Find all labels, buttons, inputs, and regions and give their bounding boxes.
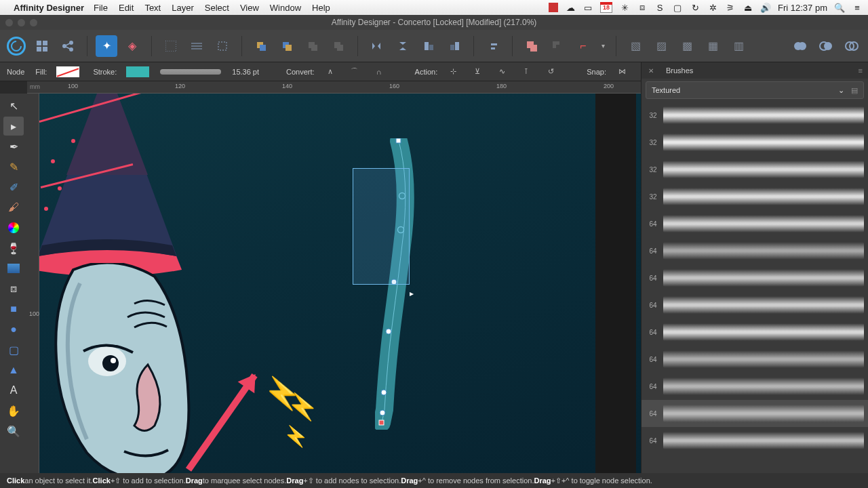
persona-pixel-button[interactable] [31,35,53,57]
app-name[interactable]: Affinity Designer [14,3,84,13]
default-view-button[interactable]: ✦ [96,35,117,57]
convert-smooth-icon[interactable]: ⌒ [347,66,362,78]
corner-dropdown-button[interactable]: ▾ [598,35,608,57]
geometry-add-icon[interactable] [789,35,811,57]
calendar-icon[interactable]: 18 [600,2,612,13]
action-reverse-icon[interactable]: ↺ [543,66,558,78]
brush-row[interactable]: 32 [642,183,868,210]
displays-icon[interactable]: ▢ [672,2,683,13]
align-left-button[interactable] [482,35,504,57]
crop-tool[interactable]: ⧈ [3,279,24,298]
brush-list[interactable]: 32323232646464646464646464 [642,102,868,473]
brush-row[interactable]: 32 [642,102,868,129]
place-image-tool[interactable] [3,259,24,278]
stroke-width[interactable]: 15.36 pt [232,68,259,76]
ellipse-tool[interactable]: ● [3,320,24,339]
snap-guides-button[interactable] [212,35,233,57]
move-back-button[interactable] [250,35,272,57]
insert-bottom-button[interactable]: ▥ [728,35,749,57]
menu-file[interactable]: File [94,3,108,13]
flip-h-button[interactable] [366,35,388,57]
pencil-tool[interactable]: ✎ [3,157,24,176]
menubar-clock[interactable]: Fri 12:37 pm [778,3,827,13]
convert-sharp-icon[interactable]: ∧ [323,66,338,78]
fill-swatch[interactable] [56,66,79,77]
timemachine-icon[interactable]: ↻ [690,2,701,13]
boolean-subtract-button[interactable] [547,35,568,57]
zoom-tool[interactable]: 🔍 [3,422,24,441]
menu-window[interactable]: Window [270,3,301,13]
brush-row[interactable]: 32 [642,156,868,183]
brush-row[interactable]: 64 [642,291,868,319]
snap-grid-button[interactable] [160,35,182,57]
action-smooth-icon[interactable]: ∿ [494,66,509,78]
rounded-rect-tool[interactable]: ▢ [3,340,24,359]
convert-smart-icon[interactable]: ∩ [372,66,387,78]
rotate-cw-button[interactable] [443,35,465,57]
move-tool[interactable]: ↖ [3,96,24,115]
brush-row[interactable]: 64 [642,264,868,291]
canvas[interactable]: ⚡ ⚡ ⚡ ▸ [39,94,641,473]
rectangle-tool[interactable]: ■ [3,300,24,319]
eject-icon[interactable]: ⏏ [743,2,753,13]
vector-brush-tool[interactable]: ✐ [3,178,24,197]
corner-tool-button[interactable]: ⌐ [572,35,594,57]
insert-behind-button[interactable]: ▧ [625,35,646,57]
status-red-icon[interactable] [549,3,558,12]
geometry-int-icon[interactable] [841,35,863,57]
rotate-ccw-button[interactable] [418,35,439,57]
split-view-button[interactable]: ◈ [121,35,143,57]
menu-view[interactable]: View [240,3,259,13]
transparency-tool[interactable]: 🍷 [3,239,24,258]
stroke-preview[interactable] [160,69,221,75]
insert-top-button[interactable]: ▦ [702,35,724,57]
brush-row[interactable]: 64 [642,373,868,400]
pen-tool[interactable]: ✒ [3,137,24,156]
panel-tab-brushes[interactable]: ✕ Brushes ≡ [642,62,868,79]
fill-tool[interactable]: 🖌 [3,198,24,217]
brush-row[interactable]: 32 [642,129,868,156]
geometry-sub-icon[interactable] [815,35,837,57]
text-tool[interactable]: A [3,381,24,400]
action-join-icon[interactable]: ⊺ [519,66,534,78]
status-cloud-icon[interactable]: ☁ [565,2,576,13]
notification-icon[interactable]: ≡ [852,2,863,13]
status-battery-icon[interactable]: ▭ [583,2,593,13]
brush-row[interactable]: 64 [642,400,868,427]
brush-row[interactable]: 64 [642,346,868,373]
status-figure-icon[interactable]: ✳ [619,2,630,13]
menu-select[interactable]: Select [205,3,229,13]
volume-icon[interactable]: 🔊 [760,2,771,13]
insert-inside-button[interactable]: ▨ [650,35,672,57]
brush-row[interactable]: 64 [642,237,868,264]
skype-icon[interactable]: S [654,2,665,13]
action-close-icon[interactable]: ⊻ [470,66,485,78]
brush-row[interactable]: 64 [642,210,868,237]
menu-text[interactable]: Text [144,3,161,13]
persona-export-button[interactable] [57,35,79,57]
pan-tool[interactable]: ✋ [3,401,24,420]
panel-menu-icon[interactable]: ≡ [859,66,863,75]
bluetooth-icon[interactable]: ✲ [707,2,718,13]
menu-edit[interactable]: Edit [119,3,134,13]
flip-v-button[interactable] [392,35,414,57]
action-break-icon[interactable]: ⊹ [446,66,460,78]
list-view-icon[interactable]: ▤ [851,86,858,95]
move-forward-button[interactable] [302,35,323,57]
brush-category-select[interactable]: Textured ⌄ ▤ [646,81,864,99]
menu-layer[interactable]: Layer [172,3,194,13]
move-backward-button[interactable] [276,35,298,57]
boolean-add-button[interactable] [521,35,542,57]
snap-1-icon[interactable]: ⋈ [614,66,629,78]
ruler-horizontal[interactable]: mm 100 120 140 160 180 200 [27,81,641,94]
close-panel-icon[interactable]: ✕ [648,67,654,75]
dropbox-icon[interactable]: ⧈ [637,2,648,13]
node-tool[interactable]: ▸ [3,117,24,136]
macos-menubar[interactable]: Affinity Designer File Edit Text Layer S… [0,0,868,15]
stroke-swatch[interactable] [126,66,149,77]
brush-row[interactable]: 64 [642,319,868,346]
gradient-tool[interactable] [3,218,24,237]
triangle-tool[interactable]: ▲ [3,361,24,380]
ruler-vertical[interactable]: 100 [27,94,39,473]
wifi-icon[interactable]: ⚞ [725,2,736,13]
